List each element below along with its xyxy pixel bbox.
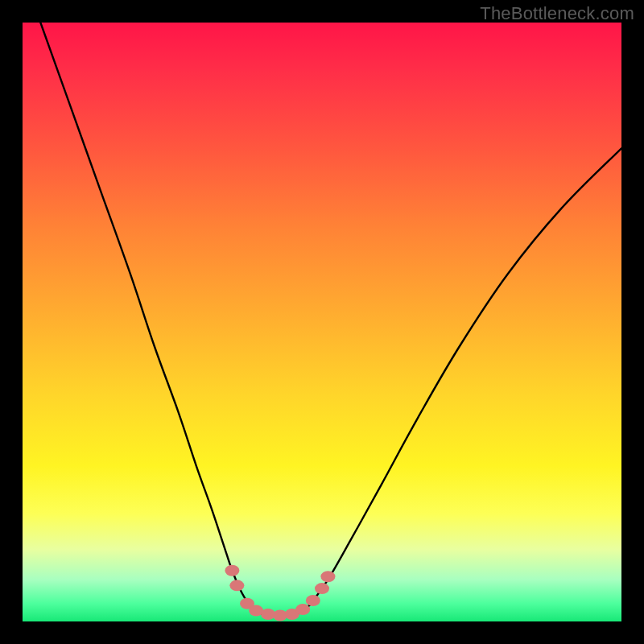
plot-area (23, 23, 621, 621)
valley-marker (315, 583, 329, 594)
curve-layer (23, 23, 621, 621)
curve-right-branch (310, 148, 621, 605)
valley-marker (295, 604, 310, 615)
valley-marker (225, 565, 239, 576)
valley-marker (306, 595, 320, 606)
watermark-text: TheBottleneck.com (480, 3, 634, 24)
valley-marker (229, 580, 244, 591)
curve-left-branch (40, 23, 250, 606)
valley-marker (320, 571, 335, 582)
